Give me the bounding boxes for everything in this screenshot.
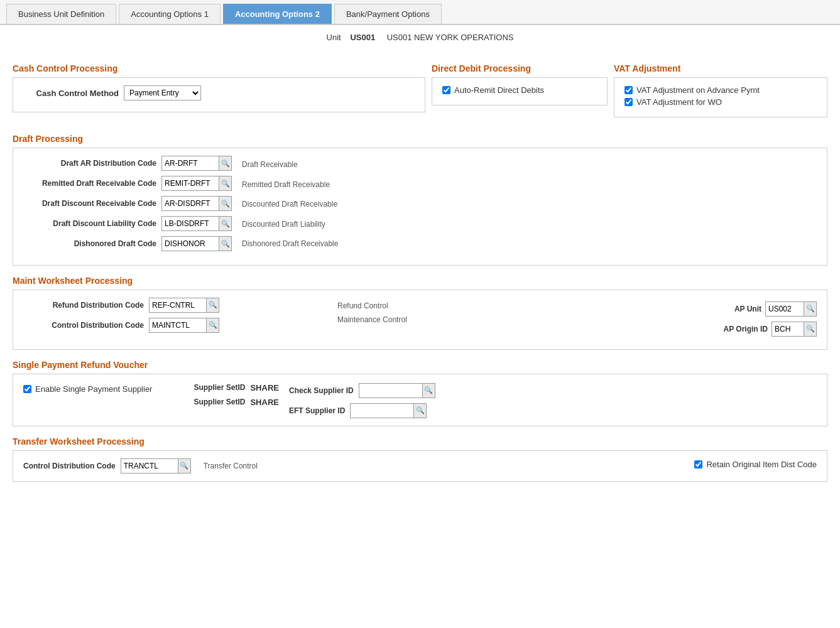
cash-control-header: Cash Control Processing [13,63,425,73]
draft-processing-section: Draft AR Distribution Code 🔍 Remitted Dr… [13,148,827,266]
ap-unit-search-btn[interactable]: 🔍 [804,302,816,316]
check-supplier-input-wrap: 🔍 [359,383,435,398]
transfer-worksheet-section: Control Distribution Code 🔍 Transfer Con… [13,450,827,482]
draft-discount-rec-input[interactable] [162,197,219,210]
tab-accounting-options-1[interactable]: Accounting Options 1 [119,4,221,24]
eft-supplier-label: EFT Supplier ID [289,406,350,415]
auto-remit-label: Auto-Remit Direct Debits [454,85,544,95]
direct-debit-header: Direct Debit Processing [432,63,608,73]
vat-wo-label: VAT Adjustment for WO [636,97,722,107]
ap-unit-input-wrap: 🔍 [765,301,817,317]
draft-discount-liab-label: Draft Discount Liability Code [23,219,161,228]
check-supplier-search-btn[interactable]: 🔍 [422,384,435,398]
enable-single-label: Enable Single Payment Supplier [35,384,152,394]
retain-original-checkbox[interactable] [694,460,702,468]
vat-adjustment-header: VAT Adjustment [614,63,827,73]
control-dist-maint-label: Control Distribution Code [23,321,149,330]
transfer-control-dist-input-wrap: 🔍 [121,458,191,474]
transfer-control-dist-input[interactable] [121,459,178,473]
ap-origin-id-search-btn[interactable]: 🔍 [804,322,816,336]
cash-control-section: Cash Control Method Payment Entry Direct… [13,77,425,112]
supplier-setid-value-2: SHARE [250,398,279,407]
auto-remit-checkbox[interactable] [442,86,450,94]
check-supplier-label: Check Supplier ID [289,386,359,395]
direct-debit-section: Auto-Remit Direct Debits [432,77,608,106]
dishonored-draft-desc: Dishonored Draft Receivable [242,237,817,251]
draft-ar-input[interactable] [162,156,219,170]
refund-control-desc: Refund Control [337,301,628,310]
refund-dist-search-btn[interactable]: 🔍 [206,298,219,312]
eft-supplier-input[interactable] [351,404,413,418]
tab-accounting-options-2[interactable]: Accounting Options 2 [223,4,332,24]
draft-ar-search-btn[interactable]: 🔍 [219,156,231,170]
transfer-worksheet-header: Transfer Worksheet Processing [13,436,827,447]
draft-ar-label: Draft AR Distribution Code [23,159,161,168]
retain-original-label: Retain Original Item Dist Code [706,460,817,469]
maint-worksheet-header: Maint Worksheet Processing [13,276,827,286]
remitted-draft-label: Remitted Draft Receivable Code [23,179,161,188]
remitted-draft-input[interactable] [162,176,219,190]
unit-description: US001 NEW YORK OPERATIONS [387,33,514,42]
control-dist-maint-input-wrap: 🔍 [149,318,219,333]
draft-discount-rec-search-btn[interactable]: 🔍 [219,197,231,210]
draft-discount-liab-input-wrap: 🔍 [161,216,232,231]
vat-advance-label: VAT Adjustment on Advance Pymt [636,85,760,95]
maint-worksheet-section: Refund Distribution Code 🔍 Control Distr… [13,290,827,350]
maintenance-control-desc: Maintenance Control [337,315,628,324]
tab-bar: Business Unit Definition Accounting Opti… [0,0,840,25]
draft-discount-liab-input[interactable] [162,217,219,230]
dishonored-draft-input-wrap: 🔍 [161,236,232,251]
cash-control-method-select[interactable]: Payment Entry Direct Debit Other [124,85,201,100]
draft-discount-rec-input-wrap: 🔍 [161,196,232,211]
supplier-setid-label-2: Supplier SetID [162,398,250,406]
ap-unit-label: AP Unit [734,305,765,313]
check-supplier-input[interactable] [359,384,422,398]
vat-advance-checkbox[interactable] [625,86,633,94]
remitted-draft-search-btn[interactable]: 🔍 [219,176,231,190]
tab-business-unit[interactable]: Business Unit Definition [6,4,116,24]
ap-unit-input[interactable] [766,302,804,316]
remitted-draft-desc: Remitted Draft Receivable [242,178,817,192]
draft-ar-desc: Draft Receivable [242,158,817,172]
draft-discount-liab-desc: Discounted Draft Liability [242,218,817,232]
refund-dist-label: Refund Distribution Code [23,301,149,310]
transfer-control-dist-label: Control Distribution Code [23,462,116,470]
unit-code: US001 [350,33,375,42]
vat-adjustment-section: VAT Adjustment on Advance Pymt VAT Adjus… [614,77,827,117]
draft-discount-rec-label: Draft Discount Receivable Code [23,199,161,208]
draft-discount-rec-desc: Discounted Draft Receivable [242,198,817,212]
vat-wo-checkbox[interactable] [625,98,633,106]
dishonored-draft-input[interactable] [162,237,219,251]
unit-bar: Unit US001 US001 NEW YORK OPERATIONS [0,25,840,47]
transfer-control-dist-search-btn[interactable]: 🔍 [178,459,190,473]
dishonored-draft-search-btn[interactable]: 🔍 [219,237,231,251]
eft-supplier-search-btn[interactable]: 🔍 [413,404,426,418]
tab-bank-payment[interactable]: Bank/Payment Options [334,4,442,24]
dishonored-draft-label: Dishonored Draft Code [23,239,161,248]
single-payment-section: Enable Single Payment Supplier Supplier … [13,374,827,426]
draft-processing-header: Draft Processing [13,134,827,144]
cash-control-method-label: Cash Control Method [23,89,124,98]
eft-supplier-input-wrap: 🔍 [350,403,427,418]
transfer-control-desc: Transfer Control [204,462,258,470]
ap-origin-id-input[interactable] [772,322,804,336]
supplier-setid-value-1: SHARE [250,383,279,392]
single-payment-header: Single Payment Refund Voucher [13,360,827,370]
enable-single-checkbox[interactable] [23,385,31,393]
control-dist-maint-search-btn[interactable]: 🔍 [206,318,219,332]
ap-origin-id-input-wrap: 🔍 [772,322,817,337]
refund-dist-input-wrap: 🔍 [149,298,219,313]
draft-ar-input-wrap: 🔍 [161,156,232,171]
control-dist-maint-input[interactable] [150,318,206,332]
ap-origin-id-label: AP Origin ID [724,325,772,333]
draft-discount-liab-search-btn[interactable]: 🔍 [219,217,231,230]
refund-dist-input[interactable] [150,298,206,312]
unit-label: Unit [327,33,341,42]
remitted-draft-input-wrap: 🔍 [161,176,232,191]
supplier-setid-label-1: Supplier SetID [162,383,250,392]
